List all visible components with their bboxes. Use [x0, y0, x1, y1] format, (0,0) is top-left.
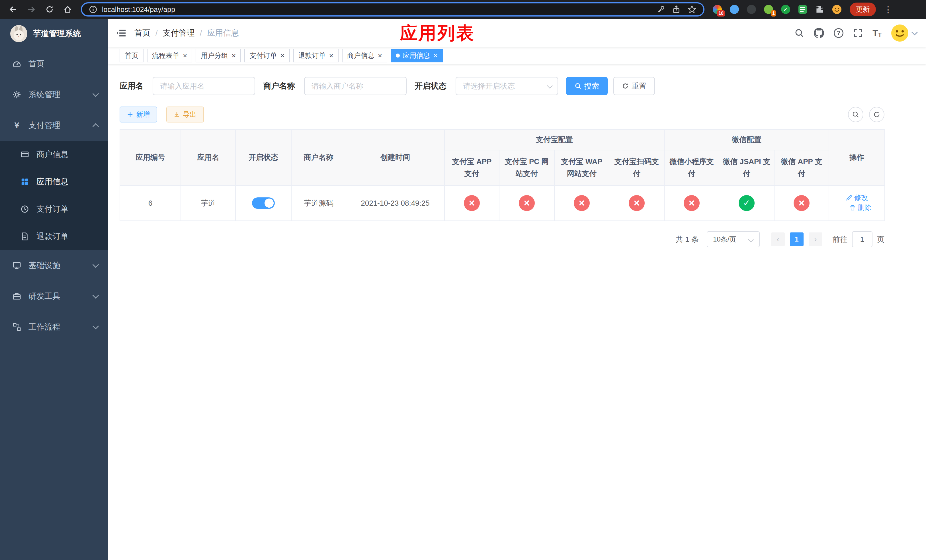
share-icon[interactable] [672, 5, 681, 14]
edit-link-label: 修改 [854, 193, 868, 202]
close-icon[interactable]: × [433, 52, 438, 59]
export-button[interactable]: 导出 [166, 106, 204, 123]
reload-icon[interactable] [42, 2, 57, 17]
status-toggle[interactable] [252, 197, 275, 209]
tab-refund-order[interactable]: 退款订单 × [293, 49, 339, 62]
tab-merchant-info[interactable]: 商户信息 × [342, 49, 387, 62]
sidebar-item-app-info[interactable]: 应用信息 [0, 168, 108, 195]
extensions-row: 10 1 ✓ [713, 5, 842, 14]
status-select[interactable] [455, 77, 558, 95]
page-size-select[interactable] [707, 231, 760, 247]
chevron-down-icon [92, 91, 99, 97]
close-icon[interactable]: × [329, 52, 333, 59]
refresh-table-button[interactable] [869, 107, 884, 122]
wx-app-status-icon [794, 195, 809, 211]
browser-chrome: localhost:1024/pay/app 10 1 ✓ [0, 0, 926, 19]
page-number-1[interactable]: 1 [790, 232, 803, 246]
sidebar-item-system[interactable]: 系统管理 [0, 79, 108, 110]
top-navbar: 首页 / 支付管理 / 应用信息 应用列表 ? TT [108, 19, 926, 47]
back-icon[interactable] [6, 2, 21, 17]
toggle-knob [265, 198, 274, 207]
app-name-input[interactable] [153, 77, 255, 95]
page-size-value[interactable] [707, 232, 759, 247]
sidebar-item-home[interactable]: 首页 [0, 48, 108, 79]
tab-home[interactable]: 首页 [120, 49, 144, 62]
page-annotation-title: 应用列表 [400, 21, 475, 45]
password-key-icon[interactable] [657, 5, 665, 14]
sidebar-item-pay[interactable]: ¥ 支付管理 [0, 110, 108, 141]
sidebar-item-label: 工作流程 [29, 322, 86, 332]
col-alipay-wap: 支付宝 WAP 网站支付 [554, 150, 609, 185]
extension-notes-icon[interactable] [798, 5, 808, 14]
chevron-up-icon [92, 123, 99, 130]
breadcrumb-pay[interactable]: 支付管理 [163, 28, 195, 38]
search-icon[interactable] [794, 28, 804, 38]
close-icon[interactable]: × [183, 52, 187, 59]
home-icon[interactable] [61, 2, 75, 17]
edit-link[interactable]: 修改 [846, 193, 868, 202]
close-icon[interactable]: × [232, 52, 236, 59]
add-button[interactable]: 新增 [120, 106, 157, 123]
sidebar-item-workflow[interactable]: 工作流程 [0, 312, 108, 342]
chevron-down-icon [92, 262, 99, 268]
help-icon[interactable]: ? [834, 28, 843, 38]
url-text[interactable]: localhost:1024/pay/app [102, 5, 650, 14]
sidebar-item-label: 支付订单 [36, 204, 98, 215]
page-content: 应用名 商户名称 开启状态 搜索 [108, 64, 926, 560]
sidebar-item-refund-order[interactable]: 退款订单 [0, 223, 108, 250]
github-icon[interactable] [814, 28, 824, 38]
tab-label: 应用信息 [402, 51, 430, 60]
address-bar[interactable]: localhost:1024/pay/app [81, 2, 705, 17]
close-icon[interactable]: × [280, 52, 284, 59]
site-info-icon[interactable] [89, 5, 97, 14]
search-button[interactable]: 搜索 [566, 77, 608, 95]
extension-dark-icon[interactable] [747, 5, 756, 14]
delete-link[interactable]: 删除 [849, 203, 872, 212]
reset-button[interactable]: 重置 [613, 77, 655, 95]
cell-app-name: 芋道 [181, 185, 236, 221]
logo-avatar [10, 25, 27, 42]
browser-menu-icon[interactable]: ⋮ [882, 5, 895, 15]
clock-order-icon [21, 205, 29, 213]
sidebar-item-dev-tools[interactable]: 研发工具 [0, 281, 108, 312]
extension-green-badge-icon[interactable]: 1 [764, 5, 773, 14]
browser-profile-avatar[interactable] [832, 5, 842, 14]
extension-colorwheel-icon[interactable]: 10 [713, 5, 722, 14]
status-select-input[interactable] [455, 77, 558, 95]
sidebar-item-pay-order[interactable]: 支付订单 [0, 195, 108, 223]
tab-app-info[interactable]: 应用信息 × [391, 49, 443, 62]
cell-wx-app [774, 185, 829, 221]
forward-icon[interactable] [24, 2, 39, 17]
table-toolbar: 新增 导出 [120, 106, 884, 123]
sidebar-logo: 芋道管理系统 [0, 19, 108, 48]
tab-user-group[interactable]: 用户分组 × [196, 49, 241, 62]
tab-process-form[interactable]: 流程表单 × [147, 49, 192, 62]
extension-check-icon[interactable]: ✓ [781, 5, 790, 14]
next-page-button[interactable]: › [809, 232, 822, 246]
tab-pay-order[interactable]: 支付订单 × [244, 49, 290, 62]
goto-page-input[interactable] [852, 231, 873, 247]
sidebar-item-label: 首页 [29, 58, 98, 69]
hide-search-button[interactable] [848, 107, 863, 122]
goto-label: 前往 [832, 235, 847, 244]
extensions-puzzle-icon[interactable] [815, 5, 825, 14]
fullscreen-icon[interactable] [853, 28, 863, 38]
user-avatar[interactable] [891, 24, 908, 42]
col-status: 开启状态 [236, 130, 291, 185]
bookmark-star-icon[interactable] [687, 5, 696, 14]
user-menu[interactable] [891, 24, 917, 42]
sidebar-collapse-icon[interactable] [116, 27, 127, 39]
main-area: 首页 / 支付管理 / 应用信息 应用列表 ? TT [108, 19, 926, 560]
sidebar-item-merchant-info[interactable]: 商户信息 [0, 141, 108, 168]
sidebar-item-infrastructure[interactable]: 基础设施 [0, 250, 108, 281]
pagination-total: 共 1 条 [676, 235, 699, 244]
close-icon[interactable]: × [378, 52, 382, 59]
prev-page-button[interactable]: ‹ [771, 232, 785, 246]
gear-icon [12, 90, 21, 99]
chrome-update-button[interactable]: 更新 [850, 3, 876, 16]
extension-drop-icon[interactable] [729, 5, 739, 14]
font-size-icon[interactable]: TT [873, 29, 882, 38]
breadcrumb-home[interactable]: 首页 [135, 28, 150, 38]
col-wx-lite: 微信小程序支付 [664, 150, 719, 185]
merchant-name-input[interactable] [304, 77, 407, 95]
